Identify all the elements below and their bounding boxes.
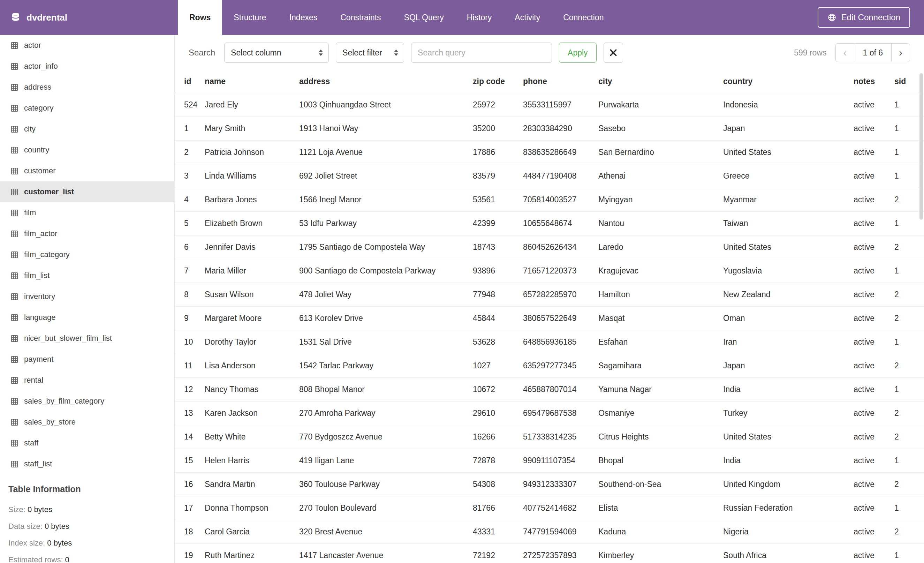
app-window: dvdrental actoractor_infoaddresscategory… (0, 0, 924, 563)
sidebar-item-category[interactable]: category (0, 98, 174, 119)
table-cell: 77948 (473, 282, 523, 306)
table-row[interactable]: 524Jared Ely1003 Qinhuangdao Street25972… (175, 93, 924, 117)
table-cell: 524 (175, 93, 205, 117)
table-row[interactable]: 8Susan Wilson478 Joliet Way7794865728228… (175, 282, 924, 306)
grid-body: 524Jared Ely1003 Qinhuangdao Street25972… (175, 93, 924, 563)
table-grid-icon (10, 188, 18, 196)
sidebar-item-actor[interactable]: actor (0, 35, 174, 56)
sidebar-item-film[interactable]: film (0, 202, 174, 223)
sidebar-item-label: address (24, 83, 51, 92)
sidebar-item-nicer_but_slower_film_list[interactable]: nicer_but_slower_film_list (0, 328, 174, 349)
table-cell: India (723, 449, 854, 472)
tab-rows[interactable]: Rows (178, 0, 222, 35)
row-count: 599 rows (794, 48, 826, 57)
scrollbar-thumb[interactable] (920, 73, 923, 220)
sidebar-item-label: rental (24, 376, 43, 385)
column-header-country[interactable]: country (723, 71, 854, 93)
table-row[interactable]: 6Jennifer Davis1795 Santiago de Composte… (175, 235, 924, 259)
tab-history[interactable]: History (455, 0, 504, 35)
sidebar-item-label: customer_list (24, 187, 74, 197)
sidebar-item-customer_list[interactable]: customer_list (0, 182, 174, 202)
table-row[interactable]: 3Linda Williams692 Joliet Street83579448… (175, 164, 924, 188)
table-cell: Indonesia (723, 93, 854, 117)
column-header-id[interactable]: id (175, 71, 205, 93)
table-cell: active (854, 401, 894, 425)
table-cell: active (854, 235, 894, 259)
table-row[interactable]: 13Karen Jackson270 Amroha Parkway2961069… (175, 401, 924, 425)
table-grid-icon (10, 104, 18, 112)
edit-connection-button[interactable]: Edit Connection (818, 7, 910, 28)
sidebar-item-language[interactable]: language (0, 307, 174, 328)
table-row[interactable]: 12Nancy Thomas808 Bhopal Manor1067246588… (175, 377, 924, 401)
sidebar-item-sales_by_film_category[interactable]: sales_by_film_category (0, 391, 174, 411)
table-row[interactable]: 19Ruth Martinez1417 Lancaster Avenue7219… (175, 543, 924, 563)
sidebar-item-label: actor_info (24, 62, 58, 71)
table-list: actoractor_infoaddresscategorycitycountr… (0, 35, 174, 474)
column-header-city[interactable]: city (598, 71, 723, 93)
table-row[interactable]: 14Betty White770 Bydgoszcz Avenue1626651… (175, 425, 924, 449)
sidebar-item-label: country (24, 146, 49, 155)
table-row[interactable]: 9Margaret Moore613 Korolev Drive45844380… (175, 306, 924, 330)
tab-sql-query[interactable]: SQL Query (393, 0, 455, 35)
sidebar-item-country[interactable]: country (0, 140, 174, 161)
table-row[interactable]: 16Sandra Martin360 Toulouse Parkway54308… (175, 472, 924, 496)
table-cell: 419 Iligan Lane (299, 449, 473, 472)
table-row[interactable]: 15Helen Harris419 Iligan Lane72878990911… (175, 449, 924, 472)
table-row[interactable]: 1Mary Smith1913 Hanoi Way352002830338429… (175, 117, 924, 140)
table-row[interactable]: 4Barbara Jones1566 Inegl Manor5356170581… (175, 188, 924, 212)
table-info-rows: Size: 0 bytesData size: 0 bytesIndex siz… (8, 501, 164, 563)
table-cell: 380657522649 (523, 306, 598, 330)
column-header-name[interactable]: name (205, 71, 299, 93)
next-page-button[interactable]: › (891, 43, 910, 62)
sidebar-item-inventory[interactable]: inventory (0, 286, 174, 307)
column-select[interactable]: Select column (224, 42, 329, 63)
table-cell: active (854, 140, 894, 164)
tab-connection[interactable]: Connection (552, 0, 615, 35)
tab-indexes[interactable]: Indexes (278, 0, 329, 35)
filter-select[interactable]: Select filter (336, 42, 404, 63)
sidebar-item-staff_list[interactable]: staff_list (0, 453, 174, 474)
tab-activity[interactable]: Activity (503, 0, 552, 35)
table-row[interactable]: 17Donna Thompson270 Toulon Boulevard8176… (175, 496, 924, 520)
table-row[interactable]: 7Maria Miller900 Santiago de Compostela … (175, 259, 924, 282)
column-header-phone[interactable]: phone (523, 71, 598, 93)
search-query-input[interactable] (411, 42, 552, 63)
apply-button[interactable]: Apply (559, 42, 597, 63)
table-cell: 838635286649 (523, 140, 598, 164)
sidebar-item-staff[interactable]: staff (0, 432, 174, 453)
sidebar-item-city[interactable]: city (0, 119, 174, 140)
search-toolbar: Search Select column Select filter Apply (175, 35, 924, 71)
table-grid-icon (10, 251, 18, 259)
sidebar-item-film_category[interactable]: film_category (0, 244, 174, 265)
sidebar-item-rental[interactable]: rental (0, 370, 174, 391)
sidebar-item-film_actor[interactable]: film_actor (0, 223, 174, 244)
column-header-address[interactable]: address (299, 71, 473, 93)
table-cell: 10655648674 (523, 212, 598, 235)
table-row[interactable]: 5Elizabeth Brown53 Idfu Parkway423991065… (175, 212, 924, 235)
table-cell: 9 (175, 306, 205, 330)
table-cell: Jared Ely (205, 93, 299, 117)
table-cell: Kragujevac (598, 259, 723, 282)
vertical-scrollbar[interactable] (918, 71, 924, 563)
previous-page-button[interactable]: ‹ (836, 43, 854, 62)
sidebar-item-sales_by_store[interactable]: sales_by_store (0, 411, 174, 432)
table-grid-icon (10, 460, 18, 468)
sidebar-item-actor_info[interactable]: actor_info (0, 56, 174, 77)
table-row[interactable]: 10Dorothy Taylor1531 Sal Drive5362864885… (175, 330, 924, 354)
table-row[interactable]: 18Carol Garcia320 Brest Avenue4333174779… (175, 520, 924, 543)
table-row[interactable]: 2Patricia Johnson1121 Loja Avenue1788683… (175, 140, 924, 164)
tab-constraints[interactable]: Constraints (329, 0, 392, 35)
table-cell: 448477190408 (523, 164, 598, 188)
column-header-notes[interactable]: notes (854, 71, 894, 93)
table-cell: 53561 (473, 188, 523, 212)
column-header-zip-code[interactable]: zip code (473, 71, 523, 93)
sidebar-item-customer[interactable]: customer (0, 161, 174, 182)
clear-search-button[interactable] (604, 42, 623, 63)
sidebar-item-label: customer (24, 167, 56, 176)
table-cell: active (854, 259, 894, 282)
table-row[interactable]: 11Lisa Anderson1542 Tarlac Parkway102763… (175, 354, 924, 377)
sidebar-item-address[interactable]: address (0, 77, 174, 98)
sidebar-item-payment[interactable]: payment (0, 349, 174, 370)
sidebar-item-film_list[interactable]: film_list (0, 265, 174, 286)
tab-structure[interactable]: Structure (222, 0, 278, 35)
